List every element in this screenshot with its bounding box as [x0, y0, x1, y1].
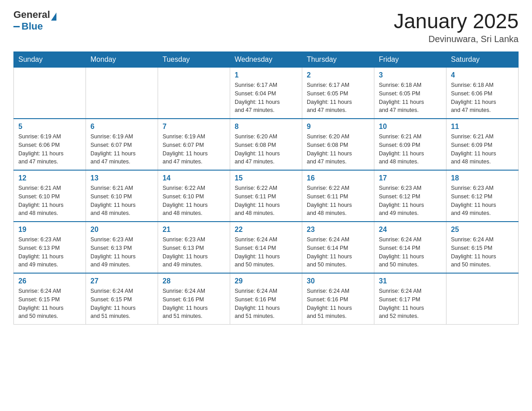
- day-info: Sunrise: 6:24 AM Sunset: 6:14 PM Dayligh…: [307, 235, 369, 269]
- logo-triangle-icon: [51, 13, 56, 21]
- day-number: 21: [163, 226, 225, 234]
- day-number: 6: [90, 123, 153, 131]
- page-header: General Blue January 2025 Devinuwara, Sr…: [13, 9, 519, 44]
- day-info: Sunrise: 6:23 AM Sunset: 6:12 PM Dayligh…: [451, 184, 514, 218]
- calendar-week-row: 26Sunrise: 6:24 AM Sunset: 6:15 PM Dayli…: [14, 273, 519, 325]
- weekday-header-saturday: Saturday: [446, 52, 519, 68]
- day-info: Sunrise: 6:24 AM Sunset: 6:14 PM Dayligh…: [235, 235, 297, 269]
- day-info: Sunrise: 6:18 AM Sunset: 6:06 PM Dayligh…: [451, 81, 514, 115]
- day-info: Sunrise: 6:20 AM Sunset: 6:08 PM Dayligh…: [307, 133, 369, 166]
- day-info: Sunrise: 6:21 AM Sunset: 6:09 PM Dayligh…: [379, 133, 442, 166]
- day-info: Sunrise: 6:19 AM Sunset: 6:07 PM Dayligh…: [163, 133, 225, 166]
- calendar-cell: 7Sunrise: 6:19 AM Sunset: 6:07 PM Daylig…: [158, 119, 230, 170]
- calendar-cell: 15Sunrise: 6:22 AM Sunset: 6:11 PM Dayli…: [230, 170, 302, 222]
- day-info: Sunrise: 6:21 AM Sunset: 6:10 PM Dayligh…: [18, 184, 81, 218]
- calendar-cell: 29Sunrise: 6:24 AM Sunset: 6:16 PM Dayli…: [230, 273, 302, 325]
- calendar-cell: 31Sunrise: 6:24 AM Sunset: 6:17 PM Dayli…: [374, 273, 446, 325]
- day-number: 11: [451, 123, 514, 131]
- day-info: Sunrise: 6:21 AM Sunset: 6:09 PM Dayligh…: [451, 133, 514, 166]
- calendar-cell: 2Sunrise: 6:17 AM Sunset: 6:05 PM Daylig…: [302, 68, 374, 119]
- calendar-cell: [158, 68, 230, 119]
- day-number: 14: [163, 174, 225, 182]
- day-info: Sunrise: 6:23 AM Sunset: 6:13 PM Dayligh…: [163, 235, 225, 269]
- calendar-cell: 27Sunrise: 6:24 AM Sunset: 6:15 PM Dayli…: [86, 273, 158, 325]
- day-info: Sunrise: 6:23 AM Sunset: 6:12 PM Dayligh…: [379, 184, 442, 218]
- day-info: Sunrise: 6:24 AM Sunset: 6:16 PM Dayligh…: [235, 287, 297, 321]
- day-number: 30: [307, 277, 369, 285]
- day-number: 25: [451, 226, 514, 234]
- calendar-week-row: 1Sunrise: 6:17 AM Sunset: 6:04 PM Daylig…: [14, 68, 519, 119]
- day-info: Sunrise: 6:22 AM Sunset: 6:11 PM Dayligh…: [307, 184, 369, 218]
- calendar-table: SundayMondayTuesdayWednesdayThursdayFrid…: [13, 51, 519, 325]
- month-title: January 2025: [394, 9, 519, 33]
- calendar-cell: 13Sunrise: 6:21 AM Sunset: 6:10 PM Dayli…: [86, 170, 158, 222]
- calendar-week-row: 12Sunrise: 6:21 AM Sunset: 6:10 PM Dayli…: [14, 170, 519, 222]
- location-subtitle: Devinuwara, Sri Lanka: [394, 34, 519, 44]
- logo-blue-text: Blue: [21, 21, 43, 32]
- day-number: 9: [307, 123, 369, 131]
- calendar-cell: [14, 68, 86, 119]
- calendar-cell: 19Sunrise: 6:23 AM Sunset: 6:13 PM Dayli…: [14, 222, 86, 273]
- weekday-header-monday: Monday: [86, 52, 158, 68]
- day-number: 3: [379, 71, 442, 79]
- calendar-cell: 23Sunrise: 6:24 AM Sunset: 6:14 PM Dayli…: [302, 222, 374, 273]
- day-info: Sunrise: 6:17 AM Sunset: 6:05 PM Dayligh…: [307, 81, 369, 115]
- calendar-cell: [86, 68, 158, 119]
- calendar-week-row: 5Sunrise: 6:19 AM Sunset: 6:06 PM Daylig…: [14, 119, 519, 170]
- day-info: Sunrise: 6:24 AM Sunset: 6:15 PM Dayligh…: [90, 287, 153, 321]
- day-number: 10: [379, 123, 442, 131]
- calendar-cell: 10Sunrise: 6:21 AM Sunset: 6:09 PM Dayli…: [374, 119, 446, 170]
- calendar-cell: 21Sunrise: 6:23 AM Sunset: 6:13 PM Dayli…: [158, 222, 230, 273]
- calendar-cell: 6Sunrise: 6:19 AM Sunset: 6:07 PM Daylig…: [86, 119, 158, 170]
- day-info: Sunrise: 6:24 AM Sunset: 6:15 PM Dayligh…: [18, 287, 81, 321]
- logo-general-text: General: [13, 9, 50, 21]
- day-number: 26: [18, 277, 81, 285]
- calendar-cell: 1Sunrise: 6:17 AM Sunset: 6:04 PM Daylig…: [230, 68, 302, 119]
- day-number: 4: [451, 71, 514, 79]
- calendar-cell: 20Sunrise: 6:23 AM Sunset: 6:13 PM Dayli…: [86, 222, 158, 273]
- day-number: 13: [90, 174, 153, 182]
- day-number: 5: [18, 123, 81, 131]
- day-number: 16: [307, 174, 369, 182]
- calendar-cell: 14Sunrise: 6:22 AM Sunset: 6:10 PM Dayli…: [158, 170, 230, 222]
- day-info: Sunrise: 6:24 AM Sunset: 6:16 PM Dayligh…: [163, 287, 225, 321]
- day-number: 28: [163, 277, 225, 285]
- calendar-cell: 5Sunrise: 6:19 AM Sunset: 6:06 PM Daylig…: [14, 119, 86, 170]
- weekday-header-wednesday: Wednesday: [230, 52, 302, 68]
- weekday-header-tuesday: Tuesday: [158, 52, 230, 68]
- logo: General Blue: [13, 9, 56, 32]
- day-number: 8: [235, 123, 297, 131]
- day-info: Sunrise: 6:24 AM Sunset: 6:17 PM Dayligh…: [379, 287, 442, 321]
- day-info: Sunrise: 6:19 AM Sunset: 6:06 PM Dayligh…: [18, 133, 81, 166]
- calendar-cell: 22Sunrise: 6:24 AM Sunset: 6:14 PM Dayli…: [230, 222, 302, 273]
- day-number: 2: [307, 71, 369, 79]
- calendar-cell: 26Sunrise: 6:24 AM Sunset: 6:15 PM Dayli…: [14, 273, 86, 325]
- day-number: 15: [235, 174, 297, 182]
- day-number: 23: [307, 226, 369, 234]
- day-number: 31: [379, 277, 442, 285]
- calendar-cell: 17Sunrise: 6:23 AM Sunset: 6:12 PM Dayli…: [374, 170, 446, 222]
- day-number: 1: [235, 71, 297, 79]
- day-info: Sunrise: 6:24 AM Sunset: 6:16 PM Dayligh…: [307, 287, 369, 321]
- day-info: Sunrise: 6:24 AM Sunset: 6:14 PM Dayligh…: [379, 235, 442, 269]
- calendar-header: SundayMondayTuesdayWednesdayThursdayFrid…: [14, 52, 519, 68]
- day-number: 24: [379, 226, 442, 234]
- day-number: 7: [163, 123, 225, 131]
- day-number: 20: [90, 226, 153, 234]
- calendar-cell: 25Sunrise: 6:24 AM Sunset: 6:15 PM Dayli…: [446, 222, 519, 273]
- calendar-cell: 30Sunrise: 6:24 AM Sunset: 6:16 PM Dayli…: [302, 273, 374, 325]
- day-info: Sunrise: 6:24 AM Sunset: 6:15 PM Dayligh…: [451, 235, 514, 269]
- calendar-cell: 28Sunrise: 6:24 AM Sunset: 6:16 PM Dayli…: [158, 273, 230, 325]
- day-number: 18: [451, 174, 514, 182]
- calendar-cell: 4Sunrise: 6:18 AM Sunset: 6:06 PM Daylig…: [446, 68, 519, 119]
- day-number: 17: [379, 174, 442, 182]
- day-info: Sunrise: 6:23 AM Sunset: 6:13 PM Dayligh…: [18, 235, 81, 269]
- day-number: 22: [235, 226, 297, 234]
- day-number: 27: [90, 277, 153, 285]
- calendar-cell: 8Sunrise: 6:20 AM Sunset: 6:08 PM Daylig…: [230, 119, 302, 170]
- calendar-cell: 12Sunrise: 6:21 AM Sunset: 6:10 PM Dayli…: [14, 170, 86, 222]
- calendar-cell: 24Sunrise: 6:24 AM Sunset: 6:14 PM Dayli…: [374, 222, 446, 273]
- day-info: Sunrise: 6:19 AM Sunset: 6:07 PM Dayligh…: [90, 133, 153, 166]
- day-info: Sunrise: 6:23 AM Sunset: 6:13 PM Dayligh…: [90, 235, 153, 269]
- calendar-cell: 9Sunrise: 6:20 AM Sunset: 6:08 PM Daylig…: [302, 119, 374, 170]
